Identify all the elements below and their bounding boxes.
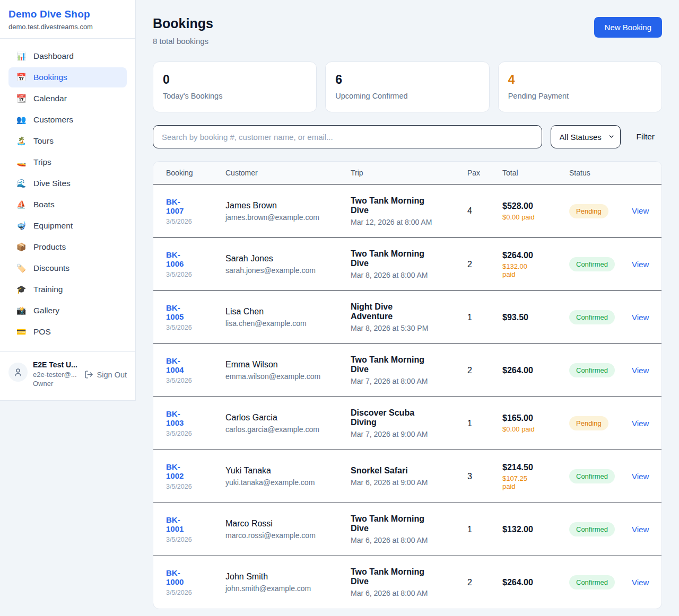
user-box: E2E Test U... e2e-tester@... Owner Sign … xyxy=(0,351,135,396)
status-select[interactable]: All Statuses xyxy=(551,125,621,148)
booking-date: 3/5/2026 xyxy=(166,271,225,278)
view-link[interactable]: View xyxy=(632,525,649,534)
total-amount: $93.50 xyxy=(502,313,569,322)
trip-name: Two Tank Morning Dive xyxy=(351,514,434,533)
sidebar-nav: 📊 Dashboard 📅 Bookings 📆 Calendar 👥 Cust… xyxy=(0,39,135,348)
stat-value: 4 xyxy=(508,73,652,87)
trip-name: Two Tank Morning Dive xyxy=(351,567,434,586)
sign-out-label: Sign Out xyxy=(97,371,127,379)
table-header-row: Booking Customer Trip Pax Total Status xyxy=(153,162,661,184)
sidebar-item-boats[interactable]: ⛵ Boats xyxy=(8,195,127,215)
sidebar-item-dashboard[interactable]: 📊 Dashboard xyxy=(8,46,127,66)
customer-name: John Smith xyxy=(225,572,351,582)
pos-icon: 💳 xyxy=(16,327,27,337)
booking-id-link[interactable]: BK-1001 xyxy=(166,515,194,533)
booking-id-link[interactable]: BK-1000 xyxy=(166,568,194,586)
sidebar-item-calendar[interactable]: 📆 Calendar xyxy=(8,89,127,109)
col-header-actions xyxy=(632,166,649,180)
table-row: BK-1004 3/5/2026 Emma Wilson emma.wilson… xyxy=(153,344,661,397)
stat-card: 4 Pending Payment xyxy=(498,61,662,112)
dashboard-icon: 📊 xyxy=(16,51,27,61)
booking-id-link[interactable]: BK-1006 xyxy=(166,250,194,268)
filter-button[interactable]: Filter xyxy=(629,129,662,145)
customer-email: sarah.jones@example.com xyxy=(225,266,351,275)
new-booking-button[interactable]: New Booking xyxy=(594,17,662,38)
booking-id-link[interactable]: BK-1007 xyxy=(166,197,194,215)
trip-datetime: Mar 6, 2026 at 8:00 AM xyxy=(351,589,467,597)
pax-count: 1 xyxy=(467,419,502,428)
paid-amount: $0.00 paid xyxy=(502,425,539,433)
booking-id-link[interactable]: BK-1003 xyxy=(166,409,194,427)
status-select-wrap: All Statuses xyxy=(551,125,621,148)
sidebar-item-pos[interactable]: 💳 POS xyxy=(8,322,127,342)
table-row: BK-1001 3/5/2026 Marco Rossi marco.rossi… xyxy=(153,503,661,556)
status-badge: Confirmed xyxy=(569,257,615,271)
user-email: e2e-tester@... xyxy=(33,371,77,379)
sidebar-item-discounts[interactable]: 🏷️ Discounts xyxy=(8,258,127,278)
booking-id-link[interactable]: BK-1005 xyxy=(166,303,194,321)
customer-email: carlos.garcia@example.com xyxy=(225,425,351,434)
brand: Demo Dive Shop demo.test.divestreams.com xyxy=(0,0,135,39)
sidebar-item-training[interactable]: 🎓 Training xyxy=(8,279,127,300)
customer-email: john.smith@example.com xyxy=(225,584,351,593)
customer-email: emma.wilson@example.com xyxy=(225,372,351,381)
avatar xyxy=(8,363,28,382)
calendar-icon: 📆 xyxy=(16,94,27,103)
booking-date: 3/5/2026 xyxy=(166,430,225,437)
trip-name: Two Tank Morning Dive xyxy=(351,355,434,374)
col-header-trip: Trip xyxy=(351,162,467,184)
gallery-icon: 📸 xyxy=(16,306,27,315)
stat-value: 0 xyxy=(163,73,307,87)
view-link[interactable]: View xyxy=(632,313,649,322)
table-row: BK-1000 3/5/2026 John Smith john.smith@e… xyxy=(153,556,661,609)
sign-out-button[interactable]: Sign Out xyxy=(84,370,127,379)
table-row: BK-1006 3/5/2026 Sarah Jones sarah.jones… xyxy=(153,237,661,291)
person-icon xyxy=(13,367,23,377)
pax-count: 2 xyxy=(467,260,502,269)
sidebar-item-trips[interactable]: 🚤 Trips xyxy=(8,152,127,172)
booking-id-link[interactable]: BK-1004 xyxy=(166,356,194,374)
view-link[interactable]: View xyxy=(632,260,649,269)
view-link[interactable]: View xyxy=(632,578,649,587)
total-amount: $165.00 xyxy=(502,413,569,423)
booking-date: 3/5/2026 xyxy=(166,218,225,225)
customers-icon: 👥 xyxy=(16,115,27,125)
trip-datetime: Mar 7, 2026 at 8:00 AM xyxy=(351,377,467,385)
trip-datetime: Mar 8, 2026 at 5:30 PM xyxy=(351,324,467,332)
sidebar-item-tours[interactable]: 🏝️ Tours xyxy=(8,131,127,151)
products-icon: 📦 xyxy=(16,242,27,252)
trip-name: Discover Scuba Diving xyxy=(351,408,434,427)
sidebar-item-bookings[interactable]: 📅 Bookings xyxy=(8,67,127,87)
status-badge: Confirmed xyxy=(569,310,615,324)
table-row: BK-1005 3/5/2026 Lisa Chen lisa.chen@exa… xyxy=(153,291,661,344)
booking-date: 3/5/2026 xyxy=(166,483,225,490)
paid-amount: $132.00 paid xyxy=(502,262,539,278)
booking-id-link[interactable]: BK-1002 xyxy=(166,462,194,480)
pax-count: 1 xyxy=(467,525,502,534)
sidebar-item-customers[interactable]: 👥 Customers xyxy=(8,110,127,130)
tours-icon: 🏝️ xyxy=(16,136,27,146)
sidebar-item-dive-sites[interactable]: 🌊 Dive Sites xyxy=(8,173,127,193)
sidebar-item-equipment[interactable]: 🤿 Equipment xyxy=(8,216,127,236)
paid-amount: $107.25 paid xyxy=(502,474,539,490)
stats-row: 0 Today's Bookings 6 Upcoming Confirmed … xyxy=(153,61,662,112)
booking-date: 3/5/2026 xyxy=(166,324,225,331)
sidebar-item-gallery[interactable]: 📸 Gallery xyxy=(8,301,127,321)
view-link[interactable]: View xyxy=(632,366,649,375)
total-amount: $264.00 xyxy=(502,578,569,587)
status-badge: Confirmed xyxy=(569,575,615,589)
sidebar: Demo Dive Shop demo.test.divestreams.com… xyxy=(0,0,136,401)
pax-count: 1 xyxy=(467,313,502,322)
search-input[interactable] xyxy=(153,125,542,148)
view-link[interactable]: View xyxy=(632,419,649,428)
view-link[interactable]: View xyxy=(632,206,649,215)
main-content: Bookings 8 total bookings New Booking 0 … xyxy=(136,0,679,616)
equipment-icon: 🤿 xyxy=(16,221,27,231)
view-link[interactable]: View xyxy=(632,472,649,481)
sidebar-item-products[interactable]: 📦 Products xyxy=(8,237,127,257)
trip-name: Two Tank Morning Dive xyxy=(351,196,434,215)
trip-datetime: Mar 12, 2026 at 8:00 AM xyxy=(351,218,467,226)
total-amount: $132.00 xyxy=(502,525,569,534)
bookings-icon: 📅 xyxy=(16,73,27,82)
customer-email: lisa.chen@example.com xyxy=(225,319,351,328)
